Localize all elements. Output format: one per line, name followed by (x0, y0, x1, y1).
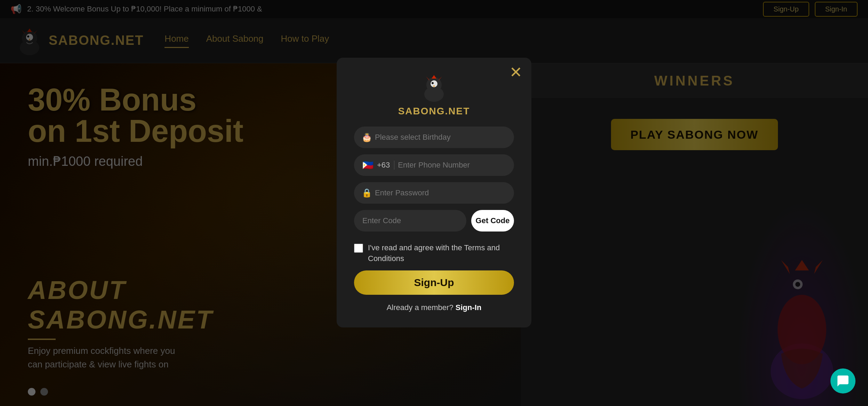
modal-logo-text: SABONG.NET (398, 106, 470, 117)
phone-group: 🇵🇭 +63 (354, 154, 514, 176)
modal-overlay[interactable]: ✕ SABONG.NET 🎂 (0, 0, 868, 406)
phone-field-group: 🇵🇭 +63 (354, 154, 514, 176)
svg-marker-20 (439, 76, 442, 81)
password-input[interactable] (354, 182, 514, 204)
modal-logo-rooster-icon (418, 72, 450, 103)
terms-text: I've read and agree with the Terms and C… (368, 243, 514, 264)
birthday-icon: 🎂 (362, 132, 372, 142)
terms-group: I've read and agree with the Terms and C… (354, 243, 514, 264)
modal-close-button[interactable]: ✕ (509, 65, 522, 80)
chat-icon (836, 374, 850, 388)
svg-point-22 (432, 82, 434, 84)
phone-input[interactable] (398, 161, 506, 170)
birthday-field-group: 🎂 (354, 127, 514, 148)
password-field-group: 🔒 (354, 182, 514, 204)
code-group: Get Code (354, 210, 514, 232)
signup-modal-button[interactable]: Sign-Up (354, 270, 514, 295)
code-input[interactable] (354, 210, 466, 232)
signin-modal-link[interactable]: Sign-In (456, 303, 482, 312)
terms-checkbox[interactable] (354, 244, 363, 253)
get-code-button[interactable]: Get Code (471, 210, 514, 232)
signup-modal: ✕ SABONG.NET 🎂 (337, 58, 531, 327)
phone-flag-icon: 🇵🇭 (362, 160, 373, 171)
code-field-group: Get Code (354, 210, 514, 232)
svg-marker-18 (432, 75, 436, 79)
birthday-input[interactable] (354, 127, 514, 148)
svg-marker-19 (426, 76, 429, 81)
password-icon: 🔒 (362, 188, 372, 198)
phone-code: +63 (377, 161, 394, 170)
main-content: 30% Bonus on 1st Deposit min.₱1000 requi… (0, 63, 868, 406)
already-member-label: Already a member? (387, 303, 453, 312)
modal-logo: SABONG.NET (398, 72, 470, 117)
already-member-text: Already a member? Sign-In (387, 303, 482, 312)
chat-button[interactable] (830, 368, 855, 393)
